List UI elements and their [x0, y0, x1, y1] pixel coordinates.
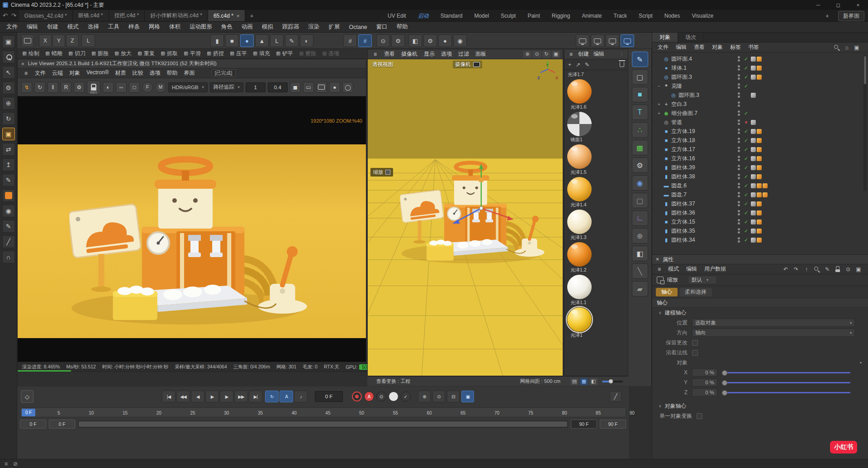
menu-item[interactable]: 扩展 — [324, 23, 345, 31]
fcurve-button[interactable]: ╱ — [610, 391, 621, 402]
cube-tool-icon[interactable]: ■ — [225, 34, 239, 47]
mat-tag[interactable] — [757, 229, 762, 234]
mirror-tool-icon[interactable]: ⇄ — [2, 143, 15, 156]
material-name[interactable]: 光泽1.6 — [570, 104, 628, 110]
mat-tag[interactable] — [757, 75, 762, 80]
panel-layout-icon[interactable]: ▣ — [854, 44, 860, 51]
visibility-dots[interactable] — [738, 138, 740, 143]
move-tool-icon[interactable]: ⊕ — [2, 97, 15, 110]
layout-tab[interactable]: Paint — [522, 13, 545, 19]
up-icon[interactable]: ↑ — [803, 266, 810, 272]
exposure-field[interactable]: 0.4 — [268, 82, 288, 92]
mat-tag[interactable] — [763, 192, 768, 197]
attributes-hamburger-icon[interactable]: ≡ — [654, 266, 664, 272]
object-name[interactable]: 空白.3 — [671, 100, 736, 108]
menu-item[interactable]: 渲染 — [304, 23, 324, 31]
menu-item[interactable]: 创建 — [43, 23, 63, 31]
material-preview-sphere[interactable] — [567, 307, 592, 332]
enable-state-icon[interactable] — [743, 156, 749, 162]
material-preview-sphere[interactable] — [567, 144, 592, 169]
clay-mode-icon[interactable]: ◼ — [290, 82, 301, 93]
next-frame-button[interactable]: ▶ — [220, 391, 233, 402]
material-name[interactable]: 镜面1 — [570, 137, 628, 143]
edit-material-icon[interactable]: ✎ — [585, 62, 589, 68]
sound-button[interactable]: ♪ — [294, 391, 308, 402]
display-4-icon[interactable] — [621, 34, 634, 47]
add-material-icon[interactable]: + — [568, 62, 571, 68]
phong-tag[interactable] — [751, 238, 756, 243]
attribute-checkbox[interactable] — [697, 413, 702, 419]
material-ball-icon[interactable]: ◐ — [300, 34, 313, 47]
overflow-icon[interactable]: 〉 — [621, 51, 625, 57]
search-icon[interactable] — [814, 266, 820, 272]
spline-pen-icon[interactable]: ✎ — [632, 52, 648, 67]
layout-tab[interactable]: Sculpt — [495, 13, 521, 19]
object-name[interactable]: 圆柱体.36 — [671, 209, 736, 217]
octane-menu-item[interactable]: 云端 — [49, 69, 66, 77]
brush-item[interactable]: 擦除 — [297, 50, 319, 57]
preview-start-field[interactable]: 0 F — [49, 420, 75, 429]
autokey-a-button[interactable]: A — [280, 391, 293, 402]
object-row[interactable]: 圆环面.4 — [652, 54, 771, 63]
reset-icon[interactable]: R — [61, 82, 71, 93]
panel-icon[interactable]: ▣ — [855, 266, 862, 272]
enable-state-icon[interactable] — [743, 183, 749, 189]
target-icon[interactable]: ⊙ — [845, 266, 851, 272]
text-tool-icon[interactable]: T — [632, 105, 648, 120]
brush-item[interactable]: 挤捏 — [204, 50, 227, 57]
material-preview-sphere[interactable] — [567, 177, 592, 201]
brush-item[interactable]: 重复 — [135, 50, 157, 57]
object-row[interactable]: 管道 — [652, 118, 771, 127]
loop-button[interactable]: ↻ — [265, 391, 279, 402]
region-render-icon[interactable]: □ — [129, 82, 140, 93]
octane-render-view[interactable]: 1920*1080 ZOOM:%40 — [18, 96, 366, 362]
layout-tab[interactable]: Animate — [577, 13, 607, 19]
mat-tag[interactable] — [757, 220, 762, 224]
key-preset-icon[interactable]: ▣ — [461, 391, 474, 402]
mat-tag[interactable] — [757, 183, 762, 188]
color-swatch[interactable] — [2, 189, 15, 202]
snap-toggle-icon[interactable]: # — [343, 34, 357, 47]
material-item[interactable]: 光泽1 — [564, 307, 628, 339]
menu-item[interactable]: 模拟 — [257, 23, 278, 31]
range-start-field[interactable]: 0 F — [20, 420, 46, 429]
brush-item[interactable]: 放大 — [112, 50, 134, 57]
attributes-tab[interactable]: 轴心 — [656, 288, 678, 296]
axis-y-button[interactable]: Y — [52, 34, 65, 47]
layout-tab[interactable]: Rigging — [546, 13, 576, 19]
visibility-dots[interactable] — [738, 156, 740, 161]
layout-tab[interactable]: Track — [608, 13, 633, 19]
attributes-menu-item[interactable]: 编辑 — [683, 265, 701, 273]
samples-field[interactable]: 1 — [246, 82, 266, 92]
material-preview-sphere[interactable] — [567, 79, 592, 104]
enable-state-icon[interactable] — [743, 138, 749, 143]
attribute-slider[interactable] — [723, 372, 850, 373]
object-name[interactable]: 圆柱体.35 — [671, 227, 736, 235]
phong-tag[interactable] — [751, 93, 756, 98]
phong-tag[interactable] — [751, 220, 756, 224]
mat-tag[interactable] — [757, 238, 762, 243]
layout-tab[interactable]: UV Edit — [382, 13, 412, 19]
list-view-icon[interactable]: ▤ — [570, 378, 579, 385]
attribute-value-field[interactable]: 0 % — [692, 388, 717, 396]
brush-item[interactable]: 抓取 — [158, 50, 180, 57]
object-name[interactable]: 立方体.16 — [671, 155, 736, 162]
group-header[interactable]: ∨ 建模轴心 — [652, 308, 868, 318]
object-row[interactable]: 圆柱体.37 — [652, 199, 771, 208]
material-item[interactable]: 光泽1.1 — [564, 275, 628, 306]
mat-tag[interactable] — [757, 192, 762, 197]
mat-tag[interactable] — [757, 138, 762, 143]
attributes-close-icon[interactable]: × — [656, 256, 659, 263]
mat-tag[interactable] — [757, 156, 762, 161]
cylinder-tool-icon[interactable]: ▮ — [210, 34, 224, 47]
object-name[interactable]: 圆环面.4 — [671, 55, 736, 63]
object-row[interactable]: 立方体.17 — [652, 145, 771, 154]
menu-item[interactable]: 模式 — [63, 23, 83, 31]
select-arrow-icon[interactable]: ↖ — [2, 66, 15, 79]
viewport-menu-item[interactable]: 显示 — [421, 50, 438, 58]
phong-tag[interactable] — [751, 183, 756, 188]
delete-material-icon[interactable] — [620, 62, 624, 67]
visibility-dots[interactable] — [738, 83, 740, 89]
object-manager-tab[interactable]: 场次 — [678, 33, 704, 42]
phong-tag[interactable] — [751, 201, 756, 206]
